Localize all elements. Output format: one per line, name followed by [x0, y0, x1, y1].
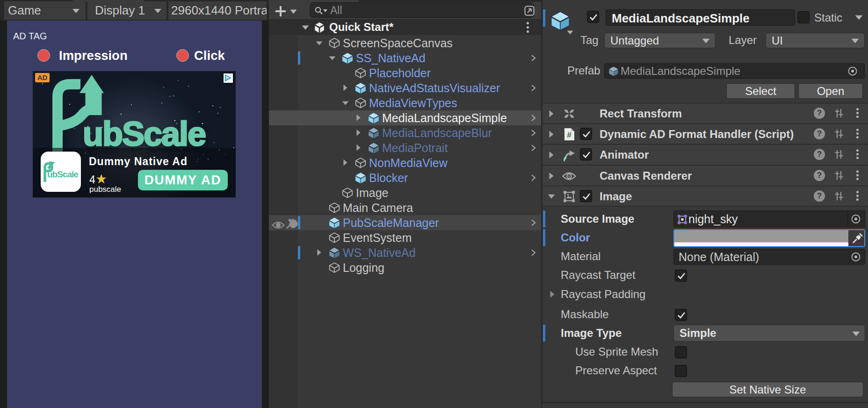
svg-text:#: # [567, 131, 571, 139]
